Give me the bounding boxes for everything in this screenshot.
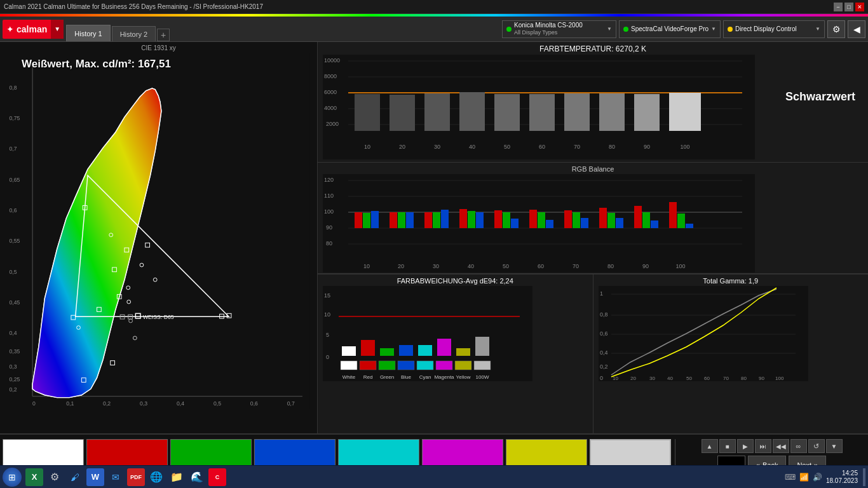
svg-rect-122 xyxy=(599,208,607,228)
svg-text:0,75: 0,75 xyxy=(9,115,20,121)
svg-rect-108 xyxy=(476,212,484,228)
svg-rect-147 xyxy=(475,337,489,356)
svg-text:40: 40 xyxy=(468,263,474,269)
tab-add-button[interactable]: + xyxy=(157,29,170,41)
rgb-title: RGB Balance xyxy=(323,165,863,173)
colorimeter-dot xyxy=(506,27,512,32)
svg-rect-132 xyxy=(686,224,693,228)
pattern-gen-dropdown[interactable]: SpectraCal VideoForge Pro ▼ xyxy=(619,20,721,38)
keyboard-icon: ⌨ xyxy=(785,473,796,482)
svg-rect-126 xyxy=(634,206,642,228)
loop-button[interactable]: ∞ xyxy=(790,439,807,453)
svg-text:0,5: 0,5 xyxy=(214,400,221,407)
logo-text: calman xyxy=(17,24,47,34)
svg-rect-107 xyxy=(468,211,475,228)
schwarzwert-label: Schwarzwert xyxy=(785,90,855,104)
taskbar-word-icon[interactable]: W xyxy=(86,468,104,486)
svg-rect-118 xyxy=(564,210,572,228)
svg-text:0,3: 0,3 xyxy=(140,400,147,407)
svg-text:20: 20 xyxy=(398,263,404,269)
svg-text:90: 90 xyxy=(759,376,764,381)
date: 18.07.2023 xyxy=(826,477,858,485)
svg-text:0,3: 0,3 xyxy=(9,363,17,370)
svg-text:90: 90 xyxy=(326,224,332,231)
colortemp-title: FARBTEMPERATUR: 6270,2 K xyxy=(323,44,863,53)
svg-rect-98 xyxy=(390,212,397,228)
svg-text:0,1: 0,1 xyxy=(66,400,74,407)
logo-area: ✦ calman ▼ xyxy=(3,20,64,39)
svg-text:Blue: Blue xyxy=(401,374,412,380)
collapse-button[interactable]: ◀ xyxy=(848,20,865,38)
svg-text:110: 110 xyxy=(324,193,334,199)
scroll-up-button[interactable]: ▲ xyxy=(702,439,718,453)
logo-dropdown[interactable]: ▼ xyxy=(51,20,64,39)
svg-rect-94 xyxy=(355,212,362,228)
svg-text:120: 120 xyxy=(324,177,334,183)
title-text: Calman 2021 Calman Ultimate for Business… xyxy=(4,3,263,10)
maximize-button[interactable]: □ xyxy=(844,3,853,11)
tab-history1[interactable]: History 1 xyxy=(66,25,110,41)
svg-rect-152 xyxy=(417,361,433,370)
taskbar-chrome-icon[interactable]: 🌐 xyxy=(147,468,165,486)
svg-rect-110 xyxy=(494,210,502,228)
colortemp-chart: 10000 8000 6000 4000 2000 xyxy=(323,55,755,159)
display-ctrl-dropdown[interactable]: Direct Display Control ▼ xyxy=(723,20,825,38)
svg-rect-144 xyxy=(418,345,432,356)
svg-rect-153 xyxy=(436,361,452,370)
cie-main-label: Weißwert, Max. cd/m²: 167,51 xyxy=(22,58,171,71)
skip-button[interactable]: ⏭ xyxy=(755,439,771,453)
pattern-gen-arrow: ▼ xyxy=(711,26,716,32)
svg-text:0,25: 0,25 xyxy=(9,376,20,383)
svg-text:6000: 6000 xyxy=(324,89,337,95)
svg-text:30: 30 xyxy=(433,263,439,269)
window-controls: − □ ✕ xyxy=(834,3,864,11)
rainbow-bar xyxy=(0,14,868,17)
start-button[interactable]: ⊞ xyxy=(3,468,22,487)
scroll-down-button[interactable]: ▼ xyxy=(826,439,843,453)
svg-text:2000: 2000 xyxy=(326,121,339,127)
settings-button[interactable]: ⚙ xyxy=(827,20,845,38)
taskbar-pdf-icon[interactable]: PDF xyxy=(127,468,145,486)
show-desktop-button[interactable] xyxy=(863,468,865,486)
svg-rect-128 xyxy=(651,220,658,228)
taskbar-edge-icon[interactable]: 🌊 xyxy=(188,468,206,486)
gamma-section: Total Gamma: 1,9 1 0,8 0,6 0,4 0,2 0 xyxy=(593,274,869,433)
svg-text:80: 80 xyxy=(741,376,747,381)
svg-rect-67 xyxy=(424,93,450,131)
svg-text:50: 50 xyxy=(686,376,692,381)
close-button[interactable]: ✕ xyxy=(855,3,864,11)
colorimeter-dropdown[interactable]: Konica Minolta CS-2000 All Display Types… xyxy=(502,20,616,38)
svg-rect-120 xyxy=(581,218,588,228)
minimize-button[interactable]: − xyxy=(834,3,843,11)
svg-text:0,45: 0,45 xyxy=(9,299,20,306)
svg-rect-103 xyxy=(433,212,440,228)
svg-text:90: 90 xyxy=(644,144,650,150)
stop-button[interactable]: ■ xyxy=(719,439,736,453)
svg-text:0,2: 0,2 xyxy=(600,363,608,370)
taskbar-excel-icon[interactable]: X xyxy=(25,468,43,486)
svg-rect-130 xyxy=(669,202,677,228)
svg-rect-123 xyxy=(607,213,615,228)
taskbar-paint-icon[interactable]: 🖌 xyxy=(66,468,84,486)
svg-text:15: 15 xyxy=(324,292,330,299)
svg-text:0,4: 0,4 xyxy=(600,349,608,356)
taskbar-folder-icon[interactable]: 📁 xyxy=(168,468,186,486)
refresh-button[interactable]: ↺ xyxy=(808,439,825,453)
svg-rect-131 xyxy=(677,214,685,228)
svg-text:10: 10 xyxy=(363,263,370,269)
svg-rect-127 xyxy=(642,212,650,228)
svg-rect-124 xyxy=(616,218,623,228)
play-button[interactable]: ▶ xyxy=(737,439,754,453)
tab-history2[interactable]: History 2 xyxy=(112,26,156,41)
rewind-button[interactable]: ◀◀ xyxy=(773,439,789,453)
rgb-section: RGB Balance 120 110 100 90 80 xyxy=(318,163,868,274)
svg-text:0,7: 0,7 xyxy=(287,400,295,407)
taskbar-settings-icon[interactable]: ⚙ xyxy=(46,468,64,486)
svg-text:100: 100 xyxy=(680,144,689,150)
svg-text:0: 0 xyxy=(600,375,603,381)
svg-text:0,7: 0,7 xyxy=(9,146,17,152)
taskbar-calman-icon[interactable]: C xyxy=(208,468,226,486)
taskbar-right: ⌨ 📶 🔊 14:25 18.07.2023 xyxy=(785,468,865,486)
taskbar-mail-icon[interactable]: ✉ xyxy=(107,468,125,486)
svg-text:10: 10 xyxy=(324,311,330,318)
